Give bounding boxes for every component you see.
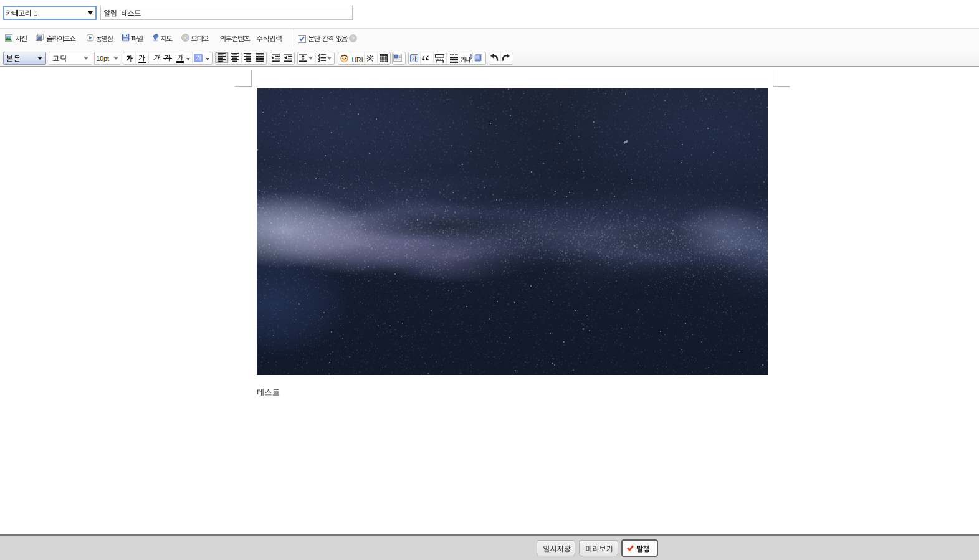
svg-text:?: ? — [351, 35, 355, 42]
